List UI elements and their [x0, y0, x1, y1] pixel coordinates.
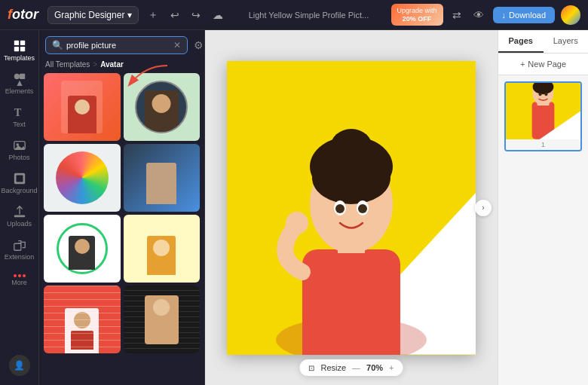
- sidebar-item-uploads[interactable]: Uploads: [3, 200, 36, 232]
- svg-rect-2: [14, 47, 18, 51]
- templates-label: Templates: [4, 54, 35, 62]
- svg-point-27: [286, 212, 308, 234]
- svg-rect-0: [14, 41, 18, 45]
- sidebar-item-photos[interactable]: Photos: [3, 134, 36, 166]
- more-dots-icon: [14, 274, 26, 277]
- zoom-minus-icon[interactable]: —: [352, 363, 360, 372]
- canvas-expand-button[interactable]: ›: [475, 200, 492, 216]
- filter-icon[interactable]: ⚙: [191, 36, 207, 54]
- template-item[interactable]: [124, 73, 201, 141]
- elements-icon: [13, 72, 26, 86]
- user-avatar[interactable]: [561, 5, 580, 25]
- upgrade-line2: 20% OFF: [403, 15, 432, 23]
- svg-rect-13: [14, 215, 24, 218]
- template-item[interactable]: [44, 286, 121, 353]
- templates-panel: 🔍 ✕ ⚙ All Templates > Avatar: [39, 30, 205, 385]
- breadcrumb-current: Avatar: [100, 60, 124, 69]
- user-profile-icon[interactable]: 👤: [9, 355, 30, 376]
- breadcrumb: All Templates > Avatar: [39, 60, 204, 73]
- uploads-icon: [13, 205, 26, 218]
- share-icon[interactable]: ⇄: [449, 8, 464, 23]
- svg-point-33: [539, 93, 542, 96]
- preview-icon[interactable]: 👁: [470, 8, 487, 23]
- uploads-label: Uploads: [7, 220, 32, 228]
- zoom-plus-icon[interactable]: +: [389, 363, 394, 372]
- search-input-wrap: 🔍 ✕: [45, 36, 188, 54]
- resize-icon: ⊡: [308, 364, 314, 372]
- cloud-icon[interactable]: ☁: [210, 8, 226, 23]
- more-label: More: [11, 279, 27, 286]
- canvas[interactable]: [227, 61, 476, 355]
- svg-point-4: [14, 74, 19, 79]
- breadcrumb-separator: >: [93, 60, 97, 69]
- app-selector-label: Graphic Designer: [54, 10, 124, 20]
- svg-rect-17: [302, 249, 400, 355]
- svg-rect-1: [20, 41, 24, 45]
- canvas-illustration: [227, 61, 476, 355]
- sidebar-item-extension[interactable]: Extension: [3, 234, 36, 265]
- tab-pages[interactable]: Pages: [498, 30, 544, 53]
- resize-label[interactable]: Resize: [320, 363, 346, 372]
- template-item[interactable]: [44, 144, 121, 212]
- template-item[interactable]: [124, 286, 201, 353]
- app-selector[interactable]: Graphic Designer ▾: [47, 6, 139, 24]
- template-item[interactable]: [124, 144, 201, 212]
- tab-pages-label: Pages: [509, 36, 533, 45]
- svg-rect-3: [20, 47, 24, 51]
- search-clear-icon[interactable]: ✕: [173, 40, 181, 50]
- plus-icon: +: [520, 60, 525, 69]
- download-label: Download: [509, 11, 546, 20]
- photos-icon: [13, 139, 26, 152]
- sidebar-item-text[interactable]: T Text: [3, 101, 36, 133]
- templates-icon: [13, 39, 26, 53]
- breadcrumb-parent[interactable]: All Templates: [45, 60, 90, 69]
- sidebar-item-more[interactable]: More: [3, 270, 36, 291]
- extension-label: Extension: [5, 253, 35, 261]
- logo: fotor: [8, 7, 38, 23]
- text-label: Text: [13, 121, 26, 128]
- tab-layers-label: Layers: [553, 36, 578, 45]
- tab-layers[interactable]: Layers: [544, 30, 589, 53]
- photos-label: Photos: [8, 154, 29, 161]
- search-input[interactable]: [66, 41, 170, 50]
- download-button[interactable]: ↓ Download: [493, 7, 555, 23]
- main-area: Templates Elements T Text Photos Backgro…: [0, 30, 588, 385]
- canvas-area: › ⊡ Resize — 70% +: [205, 30, 498, 385]
- canvas-wrapper: [227, 61, 476, 355]
- background-icon: [13, 172, 26, 185]
- download-icon: ↓: [502, 11, 507, 20]
- search-bar: 🔍 ✕ ⚙: [39, 30, 204, 60]
- svg-point-34: [544, 93, 547, 96]
- template-item[interactable]: [44, 215, 121, 283]
- page-thumb-inner: [506, 83, 580, 139]
- upgrade-button[interactable]: Upgrade with 20% OFF: [391, 4, 443, 26]
- page-thumbnail-1[interactable]: 1: [504, 81, 582, 151]
- document-title: Light Yellow Simple Profile Pict...: [232, 11, 384, 20]
- new-page-label: New Page: [528, 60, 566, 69]
- sidebar-item-background[interactable]: Background: [3, 167, 36, 199]
- template-item[interactable]: [124, 215, 201, 283]
- add-page-icon[interactable]: ＋: [145, 7, 161, 23]
- template-grid: [39, 73, 204, 385]
- zoom-level: 70%: [366, 363, 383, 372]
- new-page-button[interactable]: + New Page: [498, 53, 588, 75]
- icon-sidebar: Templates Elements T Text Photos Backgro…: [0, 30, 39, 385]
- sidebar-item-elements[interactable]: Elements: [3, 68, 36, 99]
- chevron-down-icon: ▾: [127, 10, 132, 20]
- template-item[interactable]: [44, 73, 121, 141]
- right-panel-tabs: Pages Layers: [498, 30, 588, 53]
- sidebar-item-templates[interactable]: Templates: [3, 35, 36, 66]
- svg-text:T: T: [14, 106, 21, 118]
- right-panel: Pages Layers + New Page: [498, 30, 588, 385]
- svg-rect-12: [16, 176, 23, 182]
- profile-icon: 👤: [14, 360, 25, 371]
- canvas-toolbar: ⊡ Resize — 70% +: [299, 359, 403, 376]
- svg-rect-14: [14, 243, 20, 250]
- undo-icon[interactable]: ↩: [167, 8, 182, 23]
- topbar: fotor Graphic Designer ▾ ＋ ↩ ↪ ☁ Light Y…: [0, 0, 588, 30]
- upgrade-line1: Upgrade with: [397, 7, 437, 15]
- text-icon: T: [13, 105, 26, 119]
- svg-marker-6: [17, 81, 22, 86]
- redo-icon[interactable]: ↪: [188, 8, 204, 23]
- svg-marker-10: [14, 145, 24, 149]
